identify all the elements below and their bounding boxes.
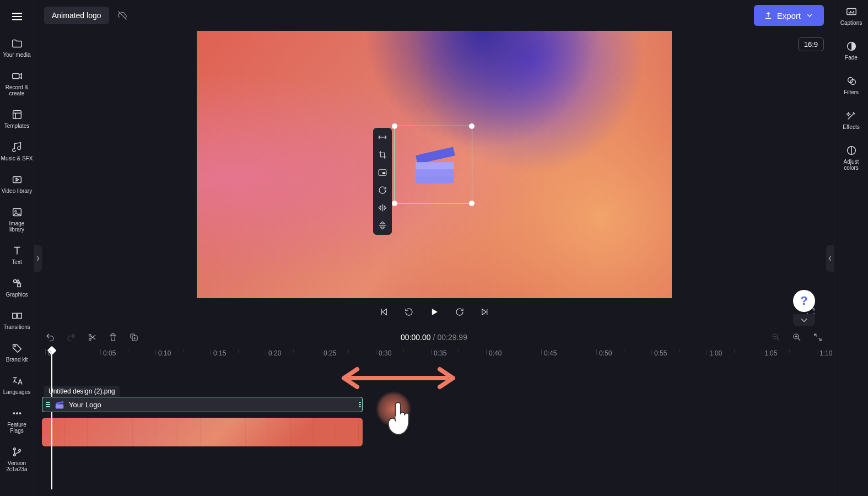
chevron-left-icon	[828, 255, 832, 262]
pip-button[interactable]	[376, 166, 389, 179]
svg-rect-8	[17, 313, 21, 318]
skip-start-icon	[379, 307, 389, 317]
svg-rect-25	[416, 169, 454, 176]
clip-label: Your Logo	[69, 401, 101, 409]
right-sidebar: Captions Fade Filters Effects Adjust col…	[834, 0, 868, 496]
chevron-down-icon	[800, 317, 808, 323]
duplicate-button[interactable]	[128, 331, 140, 343]
sidebar-item-record-create[interactable]: Record & create	[1, 70, 33, 96]
right-label: Fade	[845, 55, 858, 61]
resize-handle[interactable]	[469, 123, 475, 129]
cloud-sync-status[interactable]	[116, 9, 129, 22]
sidebar-item-feature-flags[interactable]: Feature Flags	[1, 407, 33, 434]
chevron-right-icon	[36, 255, 40, 262]
svg-rect-22	[382, 172, 385, 174]
zoom-in-button[interactable]	[791, 331, 803, 343]
svg-point-15	[18, 449, 20, 451]
resize-handle[interactable]	[469, 201, 475, 206]
timeline-clip-video[interactable]	[42, 418, 363, 446]
skip-end-icon	[480, 307, 490, 317]
flip-horizontal-button[interactable]	[376, 202, 389, 214]
help-collapse-button[interactable]	[793, 314, 815, 326]
timecode-total: 00:29.99	[437, 333, 467, 342]
right-item-adjust-colors[interactable]: Adjust colors	[835, 144, 867, 171]
right-item-captions[interactable]: Captions	[835, 6, 867, 26]
rewind-10-button[interactable]	[402, 305, 416, 319]
zoom-out-icon	[771, 332, 781, 342]
sidebar-item-languages[interactable]: Languages	[1, 375, 33, 395]
crop-button[interactable]	[376, 149, 389, 161]
split-button[interactable]	[86, 331, 98, 343]
right-item-filters[interactable]: Filters	[835, 75, 867, 95]
sidebar-item-version[interactable]: Version 2c1a23a	[1, 446, 33, 472]
rewind-10-icon	[404, 307, 414, 317]
project-title[interactable]: Animated logo	[44, 7, 109, 24]
sidebar-label: Version 2c1a23a	[6, 460, 27, 472]
sidebar-item-text[interactable]: Text	[1, 245, 33, 265]
fit-width-button[interactable]	[376, 131, 389, 143]
sidebar-item-templates[interactable]: Templates	[1, 109, 33, 129]
sidebar-item-image-library[interactable]: Image library	[1, 206, 33, 233]
resize-handle[interactable]	[392, 123, 397, 129]
sidebar-item-brand-kit[interactable]: Brand kit	[1, 342, 33, 363]
svg-point-11	[16, 413, 18, 414]
pip-icon	[378, 168, 387, 177]
skip-end-button[interactable]	[478, 305, 492, 319]
rightbar-collapse-button[interactable]	[826, 245, 834, 272]
right-item-effects[interactable]: Effects	[835, 110, 867, 130]
svg-point-10	[13, 413, 15, 414]
preview-canvas[interactable]	[197, 31, 672, 298]
camera-icon	[11, 70, 23, 82]
zoom-fit-button[interactable]	[812, 331, 824, 343]
sidebar-item-transitions[interactable]: Transitions	[1, 310, 33, 330]
rotate-button[interactable]	[376, 184, 389, 196]
resize-handle[interactable]	[392, 201, 397, 206]
rotate-icon	[378, 185, 387, 195]
ruler-tick: 0:45	[541, 349, 557, 355]
play-button[interactable]	[428, 305, 441, 319]
crop-icon	[378, 150, 387, 160]
sidebar-label: Transitions	[3, 324, 30, 330]
flip-horizontal-icon	[378, 203, 387, 213]
aspect-ratio-chip[interactable]: 16:9	[798, 37, 824, 51]
element-toolbar	[373, 128, 392, 235]
right-item-fade[interactable]: Fade	[835, 40, 867, 61]
sidebar-item-music-sfx[interactable]: Music & SFX	[1, 141, 33, 161]
svg-point-26	[89, 334, 91, 336]
undo-button[interactable]	[44, 331, 56, 343]
timeline-clip-logo[interactable]: Your Logo	[42, 397, 363, 412]
sidebar-item-your-media[interactable]: Your media	[1, 37, 33, 58]
ruler-tick: 0:15	[211, 349, 226, 355]
svg-rect-31	[56, 404, 63, 408]
help-button[interactable]: ?	[793, 290, 815, 312]
trash-icon	[108, 332, 118, 342]
delete-button[interactable]	[107, 331, 119, 343]
menu-button[interactable]	[6, 6, 28, 28]
zoom-in-icon	[792, 332, 802, 342]
top-bar: Animated logo Export	[34, 0, 834, 31]
right-label: Filters	[844, 89, 859, 95]
ellipsis-icon	[11, 407, 23, 419]
clip-left-trim-handle[interactable]	[46, 402, 50, 407]
timeline-ruler[interactable]: 0 0:05 0:10 0:15 0:20 0:25 0:30 0:35 0:4…	[42, 349, 834, 363]
playhead-line	[51, 354, 52, 489]
right-label: Adjust colors	[844, 159, 859, 171]
svg-point-4	[14, 211, 16, 212]
sidebar-item-video-library[interactable]: Video library	[1, 174, 33, 194]
play-icon	[429, 307, 439, 317]
flip-vertical-button[interactable]	[376, 219, 389, 231]
sidebar-item-graphics[interactable]: Graphics	[1, 277, 33, 298]
svg-rect-7	[12, 313, 16, 318]
export-button[interactable]: Export	[754, 5, 824, 26]
text-icon	[11, 245, 23, 257]
canvas-area: 16:9	[34, 31, 834, 299]
redo-button[interactable]	[65, 331, 77, 343]
ruler-tick: 0:50	[596, 349, 612, 355]
hamburger-icon	[11, 10, 23, 23]
filters-icon	[845, 75, 858, 87]
clip-right-trim-handle[interactable]	[358, 397, 362, 412]
zoom-out-button[interactable]	[770, 331, 782, 343]
sidebar-expand-button[interactable]	[34, 245, 42, 272]
forward-10-button[interactable]	[453, 305, 466, 319]
skip-start-button[interactable]	[377, 305, 390, 319]
